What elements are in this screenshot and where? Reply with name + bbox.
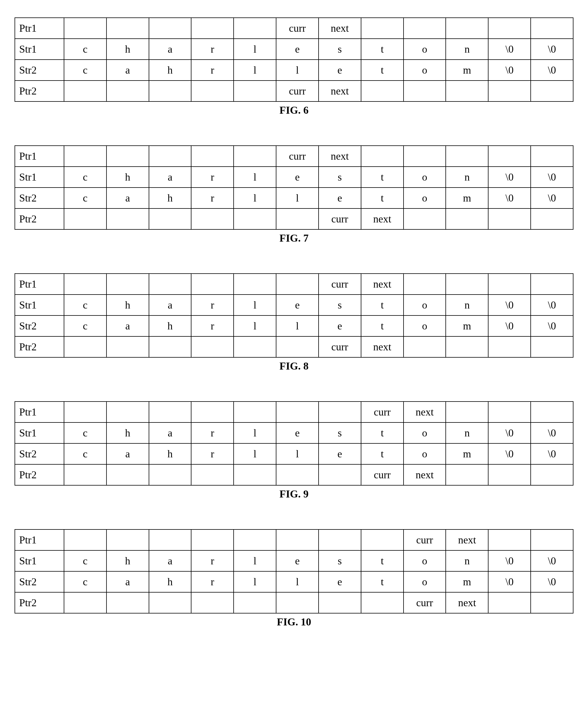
table-cell: next [319, 81, 361, 102]
table-cell: h [149, 188, 191, 209]
row-label: Str2 [15, 60, 64, 81]
table-cell: \0 [488, 295, 531, 316]
table-cell: o [403, 571, 446, 592]
table-row: Str1charleston\0\0 [15, 167, 573, 188]
string-pointer-table: Ptr1currnextStr1charleston\0\0Str2cahrll… [15, 529, 573, 613]
table-cell [446, 336, 488, 357]
table-cell: a [149, 167, 191, 188]
table-cell: e [276, 550, 319, 571]
table-cell: \0 [531, 188, 573, 209]
table-cell: c [64, 571, 106, 592]
table-row: Str1charleston\0\0 [15, 39, 573, 60]
table-cell [64, 209, 106, 230]
row-label: Ptr2 [15, 81, 64, 102]
table-cell: \0 [488, 443, 531, 464]
table-cell: next [319, 146, 361, 167]
table-cell: e [276, 422, 319, 443]
table-cell [488, 81, 531, 102]
table-row: Ptr2currnext [15, 209, 573, 230]
table-cell: c [64, 188, 106, 209]
row-label: Ptr1 [15, 146, 64, 167]
table-row: Ptr2currnext [15, 464, 573, 485]
table-cell [234, 401, 276, 422]
table-cell: n [446, 167, 488, 188]
table-cell [276, 274, 319, 295]
table-cell: r [191, 39, 234, 60]
table-cell: \0 [488, 571, 531, 592]
table-cell: next [403, 464, 446, 485]
table-cell [149, 336, 191, 357]
row-label: Str2 [15, 571, 64, 592]
table-cell: curr [276, 81, 319, 102]
table-cell: l [234, 443, 276, 464]
table-cell [149, 18, 191, 39]
table-cell [488, 18, 531, 39]
string-pointer-table: Ptr1currnextStr1charleston\0\0Str2cahrll… [15, 401, 573, 485]
table-cell: n [446, 422, 488, 443]
table-cell: l [276, 188, 319, 209]
table-cell [319, 464, 361, 485]
table-cell: a [149, 295, 191, 316]
table-cell: t [361, 188, 403, 209]
table-cell [446, 401, 488, 422]
row-label: Str1 [15, 39, 64, 60]
table-cell [191, 146, 234, 167]
table-cell: t [361, 316, 403, 336]
table-cell [234, 464, 276, 485]
table-cell: next [361, 336, 403, 357]
table-cell [319, 529, 361, 550]
table-row: Str2cahrlletom\0\0 [15, 571, 573, 592]
table-row: Str2cahrlletom\0\0 [15, 316, 573, 336]
table-cell: curr [403, 592, 446, 613]
table-cell: m [446, 316, 488, 336]
table-cell: curr [276, 18, 319, 39]
table-cell: l [234, 167, 276, 188]
table-cell [149, 592, 191, 613]
table-cell [64, 401, 106, 422]
table-cell: \0 [488, 167, 531, 188]
table-cell [531, 464, 573, 485]
table-cell: r [191, 60, 234, 81]
table-cell [488, 274, 531, 295]
table-cell [106, 81, 149, 102]
table-cell [234, 81, 276, 102]
table-cell [361, 529, 403, 550]
table-row: Str1charleston\0\0 [15, 295, 573, 316]
figure-block: Ptr1currnextStr1charleston\0\0Str2cahrll… [15, 529, 573, 628]
table-row: Ptr2currnext [15, 336, 573, 357]
table-cell: s [319, 39, 361, 60]
table-cell [64, 592, 106, 613]
table-cell: curr [361, 464, 403, 485]
table-cell [488, 529, 531, 550]
table-cell [64, 464, 106, 485]
table-cell [191, 529, 234, 550]
table-cell [149, 146, 191, 167]
table-cell: e [319, 443, 361, 464]
table-cell: \0 [488, 422, 531, 443]
table-cell: r [191, 550, 234, 571]
table-cell [149, 401, 191, 422]
table-row: Str1charleston\0\0 [15, 550, 573, 571]
table-cell: s [319, 167, 361, 188]
table-cell: t [361, 167, 403, 188]
table-cell [64, 529, 106, 550]
table-cell: l [234, 316, 276, 336]
table-cell: l [234, 188, 276, 209]
table-cell [531, 209, 573, 230]
table-cell [191, 209, 234, 230]
table-cell: t [361, 295, 403, 316]
table-cell [106, 18, 149, 39]
table-cell: \0 [488, 316, 531, 336]
table-cell [531, 146, 573, 167]
table-cell: next [361, 209, 403, 230]
table-cell [106, 146, 149, 167]
figure-block: Ptr1currnextStr1charleston\0\0Str2cahrll… [15, 401, 573, 500]
table-cell: c [64, 316, 106, 336]
string-pointer-table: Ptr1currnextStr1charleston\0\0Str2cahrll… [15, 273, 573, 357]
table-cell: a [149, 422, 191, 443]
table-cell [106, 274, 149, 295]
table-cell [276, 209, 319, 230]
table-row: Ptr2currnext [15, 592, 573, 613]
table-cell [361, 81, 403, 102]
table-cell [531, 274, 573, 295]
